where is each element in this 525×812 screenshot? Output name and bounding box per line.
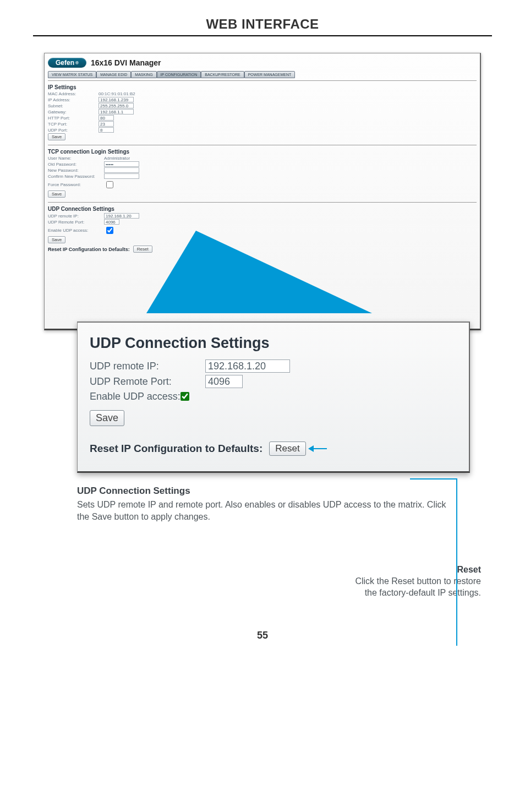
zoom-reset-button[interactable]: Reset <box>269 442 305 456</box>
reset-caption-body1: Click the Reset button to restore <box>355 576 481 586</box>
udp-port-label: UDP Port: <box>48 128 95 133</box>
confirm-password-label: Confirm New Password: <box>48 174 101 179</box>
ip-label: IP Address: <box>48 97 95 102</box>
zoom-udp-remote-port-label: UDP Remote Port: <box>90 376 205 388</box>
zoom-udp-remote-ip-input[interactable] <box>205 359 290 373</box>
udp-port-input[interactable] <box>99 127 114 133</box>
gateway-input[interactable] <box>99 109 134 115</box>
zoom-heading: UDP Connection Settings <box>90 335 447 352</box>
page-title: WEB INTERFACE <box>0 17 525 32</box>
arrow-left-icon <box>313 448 327 449</box>
caption-heading: UDP Connection Settings <box>77 485 448 498</box>
zoom-panel: UDP Connection Settings UDP remote IP: U… <box>77 321 470 473</box>
new-password-input[interactable] <box>104 167 139 173</box>
tab-power-management[interactable]: POWER MANAGEMENT <box>244 71 296 78</box>
reset-caption-heading: Reset <box>457 565 481 574</box>
screenshot-panel: Gefen® 16x16 DVI Manager VIEW MATRIX STA… <box>44 53 481 330</box>
udp-heading-small: UDP Connection Settings <box>48 206 477 212</box>
tcp-port-label: TCP Port: <box>48 122 95 127</box>
gateway-label: Gateway: <box>48 110 95 115</box>
ip-settings-save-button[interactable]: Save <box>48 133 65 140</box>
force-password-checkbox[interactable] <box>106 181 113 188</box>
tcp-port-input[interactable] <box>99 121 114 127</box>
tab-masking[interactable]: MASKING <box>131 71 156 78</box>
http-port-label: HTTP Port: <box>48 116 95 121</box>
udp-remote-port-input-small[interactable] <box>104 219 119 225</box>
user-name-label: User Name: <box>48 156 101 161</box>
caption-body: Sets UDP remote IP and remote port. Also… <box>77 499 448 522</box>
reset-label-small: Reset IP Configuration to Defaults: <box>48 247 130 252</box>
enable-udp-checkbox-small[interactable] <box>106 227 113 234</box>
reset-button-small[interactable]: Reset <box>133 246 152 253</box>
http-port-input[interactable] <box>99 115 114 121</box>
confirm-password-input[interactable] <box>104 173 139 179</box>
title-rule <box>33 35 492 36</box>
brand-logo: Gefen® <box>48 58 86 68</box>
zoom-udp-remote-port-input[interactable] <box>205 375 243 388</box>
mac-value: 00:1C:91:01:01:B2 <box>99 91 135 96</box>
tcp-login-save-button[interactable]: Save <box>48 190 65 198</box>
page-number: 55 <box>0 630 525 641</box>
subnet-label: Subnet: <box>48 103 95 108</box>
tcp-login-heading: TCP connection Login Settings <box>48 149 477 155</box>
brand-text: Gefen <box>56 59 74 67</box>
reset-caption-body2: the factory-default IP settings. <box>365 588 481 597</box>
udp-save-button-small[interactable]: Save <box>48 236 65 243</box>
subnet-input[interactable] <box>99 103 134 108</box>
enable-udp-label-small: Enable UDP access: <box>48 228 101 233</box>
zoom-reset-label: Reset IP Configuration to Defaults: <box>90 443 262 455</box>
tab-manage-edid[interactable]: MANAGE EDID <box>96 71 131 78</box>
ip-address-input[interactable] <box>99 97 134 102</box>
zoom-enable-udp-checkbox[interactable] <box>181 392 189 401</box>
udp-remote-port-label-small: UDP Remote Port: <box>48 220 101 225</box>
caption-block: UDP Connection Settings Sets UDP remote … <box>77 485 448 522</box>
old-password-input[interactable] <box>104 161 139 167</box>
force-password-label: Force Password: <box>48 182 101 187</box>
user-name-value: Administrator <box>104 156 130 161</box>
brand-reg: ® <box>75 61 79 66</box>
new-password-label: New Password: <box>48 168 101 173</box>
tab-view-matrix-status[interactable]: VIEW MATRIX STATUS <box>48 71 96 78</box>
tab-bar: VIEW MATRIX STATUS MANAGE EDID MASKING I… <box>48 71 477 78</box>
mac-label: MAC Address: <box>48 91 95 96</box>
zoom-save-button[interactable]: Save <box>90 410 124 426</box>
reset-caption: Reset Click the Reset button to restore … <box>0 564 481 598</box>
tab-ip-configuration[interactable]: IP CONFIGURATION <box>157 71 201 78</box>
tab-backup-restore[interactable]: BACKUP/RESTORE <box>201 71 244 78</box>
product-name: 16x16 DVI Manager <box>91 58 161 67</box>
ip-settings-heading: IP Settings <box>48 84 477 90</box>
old-password-label: Old Password: <box>48 162 101 167</box>
zoom-enable-udp-label: Enable UDP access: <box>90 391 181 402</box>
udp-remote-ip-label-small: UDP remote IP: <box>48 214 101 219</box>
zoom-udp-remote-ip-label: UDP remote IP: <box>90 361 205 372</box>
udp-remote-ip-input-small[interactable] <box>104 213 139 219</box>
